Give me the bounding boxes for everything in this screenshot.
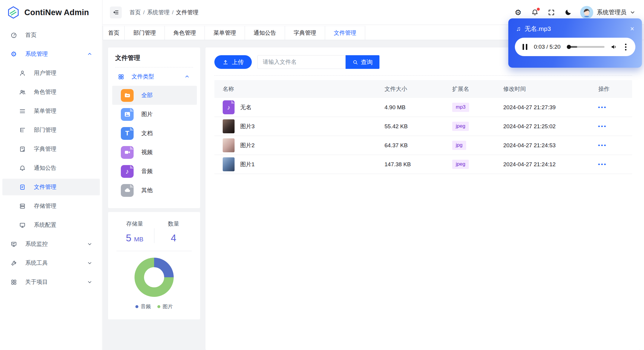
tab-menu[interactable]: 菜单管理 bbox=[205, 26, 245, 40]
sidebar-item-about[interactable]: 关于项目 bbox=[0, 274, 102, 290]
image-thumbnail bbox=[223, 157, 235, 171]
file-list-panel: 上传 查询 名称 文件大小 扩展名 修改时间 操作 bbox=[205, 47, 640, 350]
notification-bell-icon[interactable] bbox=[530, 8, 539, 17]
sidebar-item-system-config[interactable]: 系统配置 bbox=[0, 217, 102, 233]
user-icon bbox=[19, 69, 26, 77]
sidebar-item-label: 系统工具 bbox=[25, 259, 48, 267]
file-name-cell: 图片3 bbox=[223, 119, 384, 133]
sidebar-nav: 首页 ⚙ 系统管理 用户管理 角色管理 bbox=[0, 25, 102, 290]
table-row: 图片1 147.38 KB jpeg 2024-04-27 21:24:12 bbox=[214, 155, 632, 174]
fullscreen-icon[interactable] bbox=[547, 8, 556, 17]
sidebar-item-label: 部门管理 bbox=[34, 126, 56, 134]
volume-icon[interactable] bbox=[610, 43, 618, 50]
sidebar-item-system-tools[interactable]: 系统工具 bbox=[0, 255, 102, 271]
tab-role[interactable]: 角色管理 bbox=[165, 26, 205, 40]
sidebar-item-notice[interactable]: 通知公告 bbox=[0, 160, 102, 176]
col-ext: 扩展名 bbox=[452, 85, 503, 93]
breadcrumb-home[interactable]: 首页 bbox=[129, 9, 141, 16]
sidebar-item-menu-mgmt[interactable]: 菜单管理 bbox=[0, 103, 102, 119]
file-type-image[interactable]: 图片 bbox=[112, 105, 197, 124]
divider bbox=[214, 75, 632, 76]
legend-audio[interactable]: 音频 bbox=[135, 303, 151, 310]
player-time: 0:03 / 5:20 bbox=[534, 44, 561, 50]
dashboard-icon bbox=[10, 31, 17, 39]
legend-image[interactable]: 图片 bbox=[157, 303, 173, 310]
sidebar-item-dept-mgmt[interactable]: 部门管理 bbox=[0, 122, 102, 138]
file-size: 64.37 KB bbox=[384, 142, 452, 149]
tab-dict[interactable]: 字典管理 bbox=[285, 26, 325, 40]
sidebar-item-file-mgmt[interactable]: 文件管理 bbox=[2, 179, 100, 195]
file-name-cell: ♪ 无名 bbox=[223, 100, 384, 114]
header-actions: ⚙ 系统管理员 bbox=[514, 6, 635, 19]
logo[interactable]: ContiNew Admin bbox=[0, 0, 102, 25]
sidebar-item-role-mgmt[interactable]: 角色管理 bbox=[0, 84, 102, 100]
dictionary-icon bbox=[19, 145, 26, 153]
file-type-group[interactable]: 文件类型 bbox=[108, 67, 200, 86]
sidebar-item-dict-mgmt[interactable]: 字典管理 bbox=[0, 141, 102, 157]
ext-badge: jpeg bbox=[452, 160, 469, 169]
settings-icon[interactable]: ⚙ bbox=[514, 8, 523, 17]
sidebar-item-label: 系统管理 bbox=[25, 50, 48, 58]
more-actions-icon[interactable] bbox=[598, 104, 609, 110]
file-type-document[interactable]: T 文档 bbox=[112, 124, 197, 143]
audio-file-icon: ♪ bbox=[223, 100, 235, 114]
sidebar-item-label: 首页 bbox=[25, 31, 37, 39]
table-row: 图片2 64.37 KB jpg 2024-04-27 21:24:53 bbox=[214, 136, 632, 155]
donut-chart-wrap bbox=[115, 258, 193, 297]
count-value: 4 bbox=[154, 232, 193, 244]
sidebar-item-label: 关于项目 bbox=[25, 278, 48, 286]
progress-knob[interactable] bbox=[567, 45, 571, 49]
file-type-label: 其他 bbox=[141, 186, 153, 194]
pause-icon[interactable] bbox=[523, 44, 527, 50]
more-actions-icon[interactable] bbox=[598, 161, 609, 167]
upload-button[interactable]: 上传 bbox=[214, 55, 252, 69]
file-size: 147.38 KB bbox=[384, 161, 452, 168]
file-name[interactable]: 图片2 bbox=[240, 142, 255, 149]
tab-home[interactable]: 首页 bbox=[103, 26, 125, 40]
chevron-up-icon bbox=[87, 52, 92, 56]
storage-value: 5 MB bbox=[115, 232, 154, 244]
modified-time: 2024-04-27 21:25:02 bbox=[503, 123, 598, 130]
sidebar-collapse-button[interactable] bbox=[110, 7, 122, 18]
sidebar-item-label: 文件管理 bbox=[34, 183, 56, 191]
user-menu[interactable]: 系统管理员 bbox=[580, 6, 635, 19]
breadcrumb-current: 文件管理 bbox=[172, 9, 198, 16]
more-actions-icon[interactable] bbox=[598, 123, 609, 129]
search-input[interactable] bbox=[257, 55, 346, 69]
chevron-down-icon bbox=[87, 280, 92, 284]
sidebar-item-system-monitor[interactable]: 系统监控 bbox=[0, 236, 102, 252]
file-name[interactable]: 图片3 bbox=[240, 123, 255, 130]
ext-badge: jpg bbox=[452, 141, 466, 150]
storage-donut bbox=[135, 258, 174, 297]
file-type-audio[interactable]: ♪ 音频 bbox=[112, 162, 197, 181]
col-size: 文件大小 bbox=[384, 85, 452, 93]
tab-notice[interactable]: 通知公告 bbox=[245, 26, 285, 40]
tab-file[interactable]: 文件管理 bbox=[325, 26, 365, 40]
app-title: ContiNew Admin bbox=[24, 8, 89, 17]
image-thumbnail bbox=[223, 138, 235, 152]
progress-bar[interactable] bbox=[567, 46, 605, 48]
users-icon bbox=[19, 88, 26, 96]
more-actions-icon[interactable] bbox=[598, 142, 609, 148]
file-type-all[interactable]: 全部 bbox=[112, 86, 197, 105]
grid-small-icon bbox=[118, 74, 124, 80]
sidebar-item-user-mgmt[interactable]: 用户管理 bbox=[0, 65, 102, 81]
file-name[interactable]: 无名 bbox=[240, 104, 251, 111]
sidebar-item-system-mgmt[interactable]: ⚙ 系统管理 bbox=[0, 46, 102, 62]
player-title: 无名.mp3 bbox=[525, 25, 551, 33]
breadcrumb-system[interactable]: 系统管理 bbox=[143, 9, 170, 16]
dark-mode-moon-icon[interactable] bbox=[564, 8, 572, 17]
file-size: 4.90 MB bbox=[384, 104, 452, 111]
legend-dot bbox=[135, 305, 138, 308]
sidebar-item-storage-mgmt[interactable]: 存储管理 bbox=[0, 198, 102, 214]
sidebar-item-home[interactable]: 首页 bbox=[0, 27, 102, 43]
more-options-icon[interactable] bbox=[624, 42, 628, 52]
file-type-video[interactable]: 视频 bbox=[112, 143, 197, 162]
video-file-icon bbox=[121, 146, 134, 159]
search-button[interactable]: 查询 bbox=[346, 55, 379, 69]
close-icon[interactable]: × bbox=[630, 26, 634, 32]
tab-dept[interactable]: 部门管理 bbox=[125, 26, 165, 40]
file-type-other[interactable]: 其他 bbox=[112, 181, 197, 200]
file-name[interactable]: 图片1 bbox=[240, 161, 255, 168]
monitor-icon bbox=[19, 221, 26, 229]
